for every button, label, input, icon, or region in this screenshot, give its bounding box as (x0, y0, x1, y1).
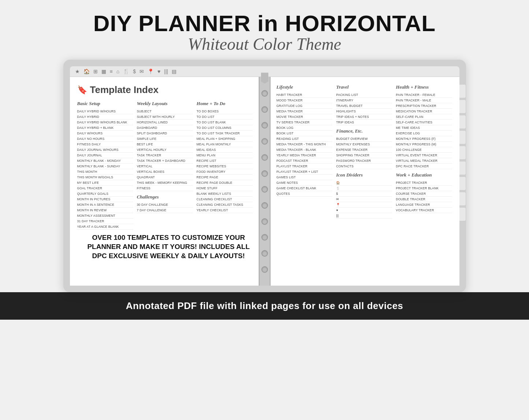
page-header: 🔖 Template Index (77, 84, 253, 96)
tab-9 (459, 207, 466, 221)
list-item: RECIPE PAGE DOUBLE (197, 180, 253, 186)
spine (259, 77, 271, 286)
ring-11 (261, 250, 268, 257)
list-item: PLAYLIST TRACKER + LIST (276, 169, 332, 175)
list-item: PRESCRIPTION TRACKER (396, 103, 452, 109)
list-item: BEST LIFE (137, 142, 193, 147)
list-item: EXERCISE LOG (396, 131, 452, 136)
weekly-layouts-section: Weekly Layouts SUBJECTSUBJECT WITH HOURL… (137, 101, 193, 230)
list-item: BOOK LOG (276, 125, 332, 131)
list-item: DAILY W/HOURS (77, 131, 133, 136)
home-todo-title: Home + To Do (197, 101, 253, 107)
list-item: COURSE TRACKER (396, 191, 452, 197)
list-item: 31 DAY TRACKER (77, 219, 133, 224)
toolbar-mail-icon[interactable]: ✉ (139, 68, 144, 74)
lifestyle-section: Lifestyle HABIT TRACKERMOOD TRACKERGRATI… (276, 84, 332, 219)
ring-2 (261, 106, 268, 113)
list-item: RECIPE LIST (197, 158, 253, 164)
list-item: MONTHLY PROGRESS (M) (396, 142, 452, 147)
icon-dividers-title: Icon Dividers (336, 172, 392, 178)
list-item: EXPENSE TRACKER (336, 147, 392, 153)
book-pages: 🔖 Template Index Basic Setup DAILY HYBRI… (70, 77, 459, 286)
list-item: VIRTUAL EVENT TRACKER (396, 153, 452, 158)
health-fitness-items: PAIN TRACKER - FEMALEPAIN TRACKER - MALE… (396, 92, 452, 169)
list-item: THIS MONTH W/GOALS (77, 175, 133, 180)
page-left: 🔖 Template Index Basic Setup DAILY HYBRI… (70, 77, 259, 286)
list-item: PODCAST TRACKER (276, 158, 332, 164)
toolbar-list-icon[interactable]: ≡ (110, 68, 113, 74)
tab-6 (459, 161, 466, 175)
toolbar-home-icon[interactable]: 🏠 (83, 68, 90, 74)
list-item: CLEANING CHECKLIST TASKS (197, 202, 253, 208)
list-item: THIS WEEK - MEMORY KEEPING (137, 180, 193, 186)
main-wrapper: DIY PLANNER in HORIZONTAL Whiteout Color… (0, 0, 529, 320)
tab-2 (459, 100, 466, 114)
list-item: SPLIT DASHBOARD (137, 131, 193, 136)
list-item: SIMPLE LIFE (137, 136, 193, 142)
list-item: MOVIE TRACKER (276, 114, 332, 120)
toolbar-star-icon[interactable]: ★ (75, 68, 80, 74)
list-item: TRIP IDEAS (336, 120, 392, 125)
list-item: ♥ (336, 208, 392, 213)
list-item: 100 CHALLENGE (396, 147, 452, 153)
tab-7 (459, 176, 466, 190)
toolbar-pin-icon[interactable]: 📍 (148, 68, 154, 74)
promo-text-line3: DPC EXCLUSIVE WEEKLY & DAILY LAYOUTS! (81, 252, 257, 261)
tab-dividers (459, 84, 466, 221)
list-item: YEAR AT A GLANCE BLANK (77, 224, 133, 230)
list-item: MONTH IN PICTURES (77, 197, 133, 202)
list-item: HOME STUFF (197, 186, 253, 191)
list-item: BLANK WEEKLY LISTS (197, 191, 253, 197)
list-item: SELF-CARE PLAN (396, 114, 452, 120)
list-item: DOUBLE TRACKER (396, 197, 452, 202)
list-item: RECIPE WEBSITES (197, 164, 253, 169)
list-item: RECIPE PAGE (197, 175, 253, 180)
list-item: PROJECT TRACKER (396, 180, 452, 186)
spine-bookmark (261, 73, 268, 83)
list-item: MONTHLY BLANK - SUNDAY (77, 164, 133, 169)
weekly-layouts-items: SUBJECTSUBJECT WITH HOURLYHORIZONTAL LIN… (137, 109, 193, 191)
tab-3 (459, 115, 466, 129)
list-item: QUADRANT (137, 175, 193, 180)
list-item: TV SERIES TRACKER (276, 120, 332, 125)
right-index-grid: Lifestyle HABIT TRACKERMOOD TRACKERGRATI… (276, 84, 452, 222)
toolbar-fork-icon[interactable]: 🍴 (123, 68, 129, 74)
ring-9 (261, 218, 268, 225)
list-item: HIGHLIGHTS (336, 109, 392, 114)
ring-12 (261, 266, 268, 273)
list-item: SUBJECT (137, 109, 193, 114)
list-item: MOOD TRACKER (276, 98, 332, 103)
home-todo-section: Home + To Do TO DO BOXESTO DO LISTTO DO … (197, 101, 253, 230)
tab-5 (459, 146, 466, 160)
list-item: 🍴 (336, 186, 392, 191)
list-item: DAILY HYBRID W/HOURS (77, 109, 133, 114)
list-item: DAILY HYBRID W/HOURS BLANK (77, 120, 133, 125)
list-item: PASSWORD TRACKER (336, 158, 392, 164)
lifestyle-items: HABIT TRACKERMOOD TRACKERGRATITUDE LOGME… (276, 92, 332, 197)
toolbar-dollar-icon[interactable]: $ (133, 68, 136, 74)
list-item: DAILY JOURNAL (77, 153, 133, 158)
list-item: PAIN TRACKER - FEMALE (396, 92, 452, 98)
weekly-layouts-title: Weekly Layouts (137, 101, 193, 107)
footer-text: Annotated PDF file with linked pages for… (0, 300, 529, 312)
toolbar-heart-icon[interactable]: ♥ (157, 68, 160, 74)
list-item: YEARLY CHECKLIST (197, 208, 253, 213)
ring-10 (261, 234, 268, 241)
list-item: ✉ (336, 197, 392, 202)
toolbar-house-icon[interactable]: ⌂ (116, 68, 119, 74)
toolbar-grid2-icon[interactable]: ▤ (172, 68, 176, 74)
toolbar-table-icon[interactable]: ▦ (101, 68, 106, 74)
list-item: QUARTERLY GOALS (77, 191, 133, 197)
toolbar-grid-icon[interactable]: ⊞ (93, 68, 98, 74)
ring-3 (261, 122, 268, 129)
list-item: TO DO LIST COLUMNS (197, 125, 253, 131)
tab-4 (459, 130, 466, 144)
finance-items: BUDGET OVERVIEWMONTHLY EXPENSESEXPENSE T… (336, 136, 392, 169)
list-item: MONTHLY BLANK - MONDAY (77, 158, 133, 164)
list-item: HORIZONTAL LINED (137, 120, 193, 125)
toolbar-bars-icon[interactable]: ||| (164, 68, 168, 74)
list-item: GOAL TRACKER (77, 186, 133, 191)
list-item: MY BEST LIFE (77, 180, 133, 186)
template-index-title: Template Index (90, 84, 159, 96)
left-index-grid: Basic Setup DAILY HYBRID W/HOURSDAILY HY… (77, 101, 253, 233)
